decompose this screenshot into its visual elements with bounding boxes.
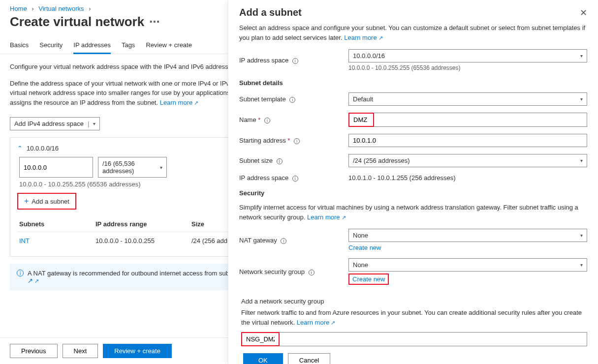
chevron-down-icon: ▾ — [580, 53, 583, 59]
plus-icon: + — [24, 197, 29, 206]
chevron-down-icon: ▾ — [160, 165, 162, 170]
chevron-right-icon: › — [31, 5, 33, 12]
info-icon[interactable]: i — [292, 176, 298, 182]
name-label: Name * i — [239, 116, 348, 123]
size-select[interactable]: /16 (65,536 addresses)▾ — [98, 157, 167, 178]
add-subnet-button[interactable]: + Add a subnet — [17, 193, 76, 210]
nat-select[interactable]: None▾ — [348, 229, 587, 242]
info-icon: i — [17, 270, 24, 276]
size-label: Subnet size i — [239, 157, 348, 164]
chevron-down-icon: ▾ — [580, 233, 583, 238]
breadcrumb-vnets[interactable]: Virtual networks — [38, 5, 84, 12]
space2-value: 10.0.1.0 - 10.0.1.255 (256 addresses) — [348, 174, 587, 182]
nsg-label: Network security group i — [239, 268, 348, 275]
name-input-ext[interactable] — [374, 113, 587, 127]
nat-label: NAT gateway i — [239, 237, 348, 244]
name-input[interactable] — [348, 113, 374, 127]
learn-more-link[interactable]: Learn more — [160, 99, 199, 106]
start-label: Starting address * i — [239, 137, 348, 144]
start-input[interactable] — [348, 134, 587, 147]
chevron-down-icon: ▾ — [580, 96, 583, 102]
chevron-up-icon[interactable]: ⌃ — [17, 145, 23, 152]
ip-input[interactable] — [19, 157, 93, 178]
chevron-down-icon: ▾ — [580, 158, 583, 163]
chevron-right-icon: › — [89, 5, 91, 12]
add-ipv4-space-button[interactable]: Add IPv4 address space|▾ — [10, 117, 100, 130]
subnet-range: 10.0.0.0 - 10.0.0.255 — [95, 237, 191, 244]
panel-title: Add a subnet — [239, 7, 302, 18]
tab-ip-addresses[interactable]: IP addresses — [73, 37, 111, 54]
tab-tags[interactable]: Tags — [122, 37, 135, 54]
ip-space-label: IP address space i — [239, 57, 348, 64]
info-icon[interactable]: i — [277, 158, 283, 164]
security-desc: Simplify internet access for virtual mac… — [239, 203, 587, 222]
add-subnet-panel: Add a subnet ✕ Select an address space a… — [228, 0, 598, 298]
subnet-name-link[interactable]: INT — [19, 237, 95, 244]
external-link-icon[interactable]: ↗ — [28, 277, 39, 284]
tab-review[interactable]: Review + create — [146, 37, 192, 54]
security-heading: Security — [239, 189, 587, 197]
breadcrumb-home[interactable]: Home — [10, 5, 27, 12]
info-icon[interactable]: i — [309, 270, 315, 275]
ip-space-select[interactable]: 10.0.0.0/16▾ — [348, 49, 587, 62]
nat-info-text: A NAT gateway is recommended for outboun… — [28, 270, 259, 277]
learn-more-link[interactable]: Learn more — [344, 34, 383, 41]
nsg-create-new-link[interactable]: Create new — [348, 273, 389, 285]
nsg-subform: Add a network security group Filter netw… — [239, 292, 587, 298]
info-icon[interactable]: i — [264, 118, 270, 123]
info-icon[interactable]: i — [281, 238, 286, 244]
ip-space-range: 10.0.0.0 - 10.0.255.255 (65536 addresses… — [348, 64, 587, 71]
panel-intro: Select an address space and configure yo… — [239, 23, 587, 42]
nat-create-new-link[interactable]: Create new — [348, 244, 587, 251]
info-icon[interactable]: i — [292, 58, 298, 64]
close-icon[interactable]: ✕ — [580, 7, 587, 18]
info-icon[interactable]: i — [294, 138, 300, 144]
learn-more-link[interactable]: Learn more — [307, 213, 346, 221]
subnet-details-heading: Subnet details — [239, 79, 587, 87]
space2-label: IP address space i — [239, 174, 348, 182]
size-select[interactable]: /24 (256 addresses)▾ — [348, 154, 587, 167]
nsg-select[interactable]: None▾ — [348, 258, 587, 272]
nsg-subform-title: Add a network security group — [241, 298, 587, 298]
more-icon[interactable]: ··· — [149, 14, 160, 29]
cidr-label: 10.0.0.0/16 — [27, 145, 59, 152]
template-label: Subnet template i — [239, 95, 348, 103]
chevron-down-icon: ▾ — [580, 262, 583, 268]
info-icon[interactable]: i — [289, 97, 295, 103]
chevron-down-icon: ▾ — [93, 121, 95, 126]
tab-basics[interactable]: Basics — [10, 37, 29, 54]
tab-security[interactable]: Security — [39, 37, 63, 54]
template-select[interactable]: Default▾ — [348, 92, 587, 106]
